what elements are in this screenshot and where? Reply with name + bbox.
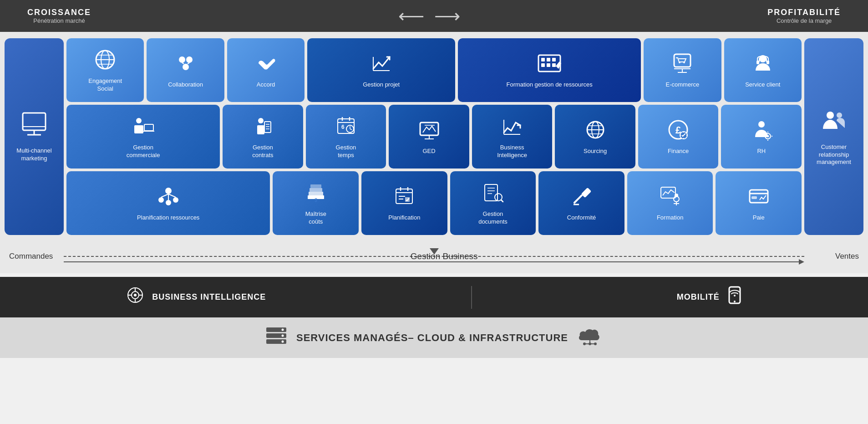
tile-gestion-contrats[interactable]: Gestioncontrats — [223, 105, 303, 169]
svg-line-77 — [765, 133, 765, 133]
tile-service-client[interactable]: Service client — [724, 38, 802, 102]
tile-collaboration[interactable]: Collaboration — [147, 38, 224, 102]
tile-sourcing[interactable]: Sourcing — [555, 105, 635, 169]
multichannel-icon — [20, 111, 48, 143]
mobilite-label: MOBILITÉ — [677, 292, 720, 302]
svg-rect-86 — [309, 192, 323, 195]
tile-rh[interactable]: RH — [721, 105, 802, 169]
tile-paie[interactable]: Paie — [716, 171, 802, 235]
svg-point-79 — [158, 197, 164, 203]
svg-rect-20 — [541, 63, 545, 67]
tile-engagement-social[interactable]: EngagementSocial — [66, 38, 144, 102]
svg-rect-87 — [310, 188, 322, 192]
svg-rect-0 — [23, 113, 46, 130]
ged-icon — [418, 119, 440, 144]
tile-gestion-temps[interactable]: 6 Gestiontemps — [306, 105, 386, 169]
svg-line-101 — [501, 200, 503, 202]
bi-label: BUSINESS INTELLIGENCE — [152, 292, 266, 302]
svg-point-78 — [165, 188, 172, 194]
tile-gestion-documents[interactable]: Gestiondocuments — [450, 171, 536, 235]
svg-rect-34 — [144, 124, 153, 131]
svg-rect-50 — [420, 123, 438, 135]
tile-planification[interactable]: Planification — [361, 171, 447, 235]
svg-rect-88 — [310, 184, 321, 188]
tile-gestion-commerciale[interactable]: Gestioncommerciale — [66, 105, 220, 169]
svg-text:$: $ — [315, 198, 317, 203]
svg-rect-105 — [661, 187, 675, 198]
sourcing-label: Sourcing — [584, 148, 607, 155]
multichannel-panel: Multi-channel marketing — [5, 38, 64, 235]
gestion-commerciale-icon — [131, 115, 156, 140]
svg-rect-23 — [674, 54, 690, 67]
svg-point-134 — [589, 342, 591, 345]
tile-conformite[interactable]: Conformité — [538, 171, 624, 235]
formation-gestion-label: Formation gestion de ressources — [506, 81, 592, 89]
svg-rect-33 — [134, 125, 143, 133]
svg-point-10 — [186, 56, 193, 63]
tile-business-intelligence[interactable]: BusinessIntelligence — [472, 105, 553, 169]
bi-bar: BUSINESS INTELLIGENCE MOBILITÉ — [0, 277, 868, 317]
rh-label: RH — [757, 148, 766, 155]
formation-label: Formation — [657, 214, 684, 222]
tile-maitrise-couts[interactable]: $ Maîtrisecoûts — [273, 171, 359, 235]
formation-icon — [659, 185, 681, 210]
svg-point-11 — [183, 64, 189, 70]
svg-point-36 — [258, 118, 264, 123]
business-intelligence-label: BusinessIntelligence — [497, 144, 527, 159]
brain-icon — [125, 285, 145, 309]
svg-rect-18 — [547, 58, 550, 61]
maitrise-couts-label: Maîtrisecoûts — [305, 210, 326, 226]
tiles-container: EngagementSocial Collaboration — [66, 38, 802, 235]
tile-ecommerce[interactable]: E-commerce — [644, 38, 721, 102]
svg-point-72 — [766, 135, 769, 138]
tile-finance[interactable]: £ Finance — [638, 105, 719, 169]
tiles-row-1: EngagementSocial Collaboration — [66, 38, 802, 102]
rh-icon — [751, 119, 772, 144]
header: CROISSANCE Pénétration marché ⟵ ⟶ PROFIT… — [0, 0, 868, 32]
gestion-contrats-label: Gestioncontrats — [252, 144, 273, 159]
bottom-bars: BUSINESS INTELLIGENCE MOBILITÉ — [0, 277, 868, 358]
svg-rect-42 — [338, 119, 354, 133]
svg-rect-96 — [485, 184, 497, 201]
svg-point-9 — [179, 56, 185, 63]
svg-point-32 — [136, 118, 142, 123]
svg-rect-22 — [552, 63, 556, 67]
ged-label: GED — [422, 148, 435, 155]
main-area: Multi-channel marketing En — [0, 32, 868, 241]
tile-ged[interactable]: GED — [389, 105, 469, 169]
tile-accord[interactable]: Accord — [227, 38, 305, 102]
business-intelligence-icon — [501, 115, 523, 140]
svg-text:6: 6 — [341, 124, 345, 130]
timeline-ventes: Ventes — [835, 252, 859, 261]
profitabilite-title: PROFITABILITÉ — [767, 8, 841, 17]
tile-formation-gestion[interactable]: Formation gestion de ressources — [458, 38, 641, 102]
sourcing-icon — [584, 119, 606, 144]
svg-point-135 — [594, 342, 597, 345]
services-bar: SERVICES MANAGÉS– CLOUD & INFRASTRUCTURE — [0, 317, 868, 358]
server-icon — [265, 326, 287, 350]
planification-label: Planification — [388, 214, 420, 222]
svg-point-114 — [837, 112, 842, 118]
profitabilite-subtitle: Contrôle de la marge — [767, 17, 841, 24]
svg-point-124 — [734, 295, 736, 296]
svg-rect-17 — [541, 58, 545, 61]
tile-gestion-projet[interactable]: Gestion projet — [307, 38, 455, 102]
collaboration-icon — [175, 52, 197, 77]
mobile-icon — [726, 285, 743, 309]
tile-formation[interactable]: Formation — [627, 171, 713, 235]
finance-label: Finance — [668, 148, 689, 155]
multichannel-label: Multi-channel marketing — [9, 147, 59, 163]
svg-line-82 — [161, 194, 168, 197]
svg-rect-38 — [264, 122, 271, 133]
gestion-projet-icon — [371, 52, 392, 77]
svg-rect-21 — [547, 63, 550, 67]
svg-line-49 — [350, 129, 352, 130]
collaboration-label: Collaboration — [168, 81, 203, 89]
conformite-icon — [571, 185, 593, 210]
tile-planification-ressources[interactable]: Planification ressources — [66, 171, 270, 235]
ecommerce-icon — [671, 52, 693, 77]
crm-icon — [820, 107, 848, 140]
tiles-row-3: Planification ressources $ Maîtris — [66, 171, 802, 235]
gestion-projet-label: Gestion projet — [363, 81, 400, 89]
gestion-documents-label: Gestiondocuments — [478, 210, 508, 226]
